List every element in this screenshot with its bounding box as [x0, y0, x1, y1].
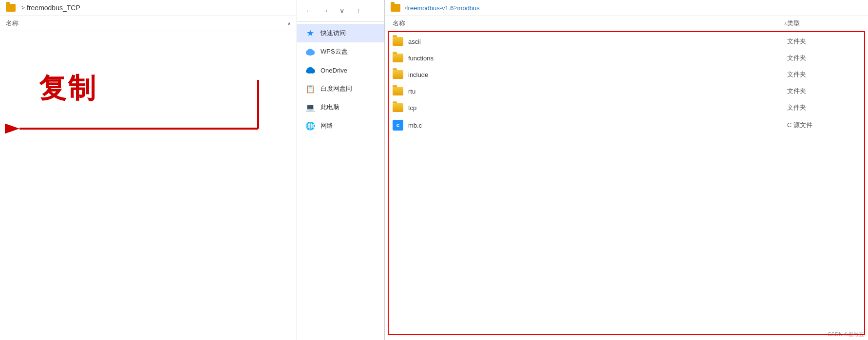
- nav-item-this-pc-label: 此电脑: [321, 103, 340, 112]
- right-sort-arrow: ∧: [784, 21, 787, 26]
- left-header: > freemodbus_TCP: [0, 0, 297, 16]
- network-icon: 🌐: [305, 120, 316, 131]
- folder-icon-rtu: [393, 87, 403, 95]
- nav-item-quick-access[interactable]: ★ 快速访问: [297, 24, 384, 42]
- file-type-ascii: 文件夹: [787, 37, 860, 46]
- right-breadcrumb-parent[interactable]: freemodbus-v1.6: [406, 4, 454, 12]
- nav-item-baidu-label: 白度网盘同: [321, 84, 352, 93]
- file-row-rtu[interactable]: rtu 文件夹: [385, 83, 868, 99]
- onedrive-icon: [305, 65, 316, 76]
- copy-arrow: [5, 60, 278, 158]
- right-panel: › freemodbus-v1.6 > modbus 名称 ∧ 类型 ascii…: [385, 0, 868, 340]
- left-panel: > freemodbus_TCP 名称 ∧ 复制: [0, 0, 297, 340]
- left-col-name: 名称: [6, 19, 285, 28]
- svg-point-6: [307, 49, 313, 54]
- folder-icon-tcp: [393, 103, 403, 112]
- file-name-rtu: rtu: [408, 88, 782, 95]
- right-header: › freemodbus-v1.6 > modbus: [385, 0, 868, 16]
- folder-icon-include: [393, 70, 403, 79]
- file-row-tcp[interactable]: tcp 文件夹: [385, 99, 868, 116]
- file-row-functions[interactable]: functions 文件夹: [385, 50, 868, 66]
- watermark: CSDN ©根号五: [828, 331, 864, 338]
- file-row-ascii[interactable]: ascii 文件夹: [385, 33, 868, 50]
- left-sort-arrow: ∧: [287, 21, 291, 26]
- left-breadcrumb-chevron: >: [21, 4, 25, 11]
- nav-item-quick-access-label: 快速访问: [321, 29, 346, 38]
- middle-nav-panel: ← → ∨ ↑ ★ 快速访问: [297, 0, 385, 340]
- file-name-ascii: ascii: [408, 38, 782, 45]
- nav-item-this-pc[interactable]: 💻 此电脑: [297, 98, 384, 116]
- right-folder-icon: [391, 4, 400, 12]
- nav-item-network[interactable]: 🌐 网络: [297, 116, 384, 135]
- nav-toolbar: ← → ∨ ↑: [297, 0, 384, 22]
- file-type-mbc: C 源文件: [787, 121, 860, 130]
- left-folder-icon: [6, 4, 16, 12]
- svg-point-9: [307, 67, 314, 72]
- right-column-header: 名称 ∧ 类型: [385, 16, 868, 31]
- folder-icon-ascii: [393, 37, 403, 46]
- file-type-rtu: 文件夹: [787, 87, 860, 95]
- left-panel-title: freemodbus_TCP: [27, 4, 80, 12]
- right-col-name: 名称: [393, 19, 782, 28]
- file-type-include: 文件夹: [787, 70, 860, 79]
- folder-icon-functions: [393, 54, 403, 62]
- nav-item-onedrive[interactable]: OneDrive: [297, 61, 384, 79]
- nav-item-baidu-disk[interactable]: 📋 白度网盘同: [297, 79, 384, 98]
- file-type-tcp: 文件夹: [787, 103, 860, 112]
- right-col-type: 类型: [787, 19, 860, 28]
- quick-access-icon: ★: [305, 28, 316, 38]
- nav-item-wps-label: WPS云盘: [321, 47, 348, 56]
- baidu-disk-icon: 📋: [305, 83, 316, 94]
- nav-up-button[interactable]: ↑: [352, 4, 365, 18]
- left-column-header: 名称 ∧: [0, 16, 297, 31]
- right-breadcrumb-current[interactable]: modbus: [457, 4, 480, 12]
- nav-dropdown-button[interactable]: ∨: [335, 4, 349, 18]
- file-row-include[interactable]: include 文件夹: [385, 66, 868, 83]
- file-name-mbc: mb.c: [408, 122, 782, 129]
- nav-list: ★ 快速访问 WPS云盘: [297, 22, 384, 340]
- file-name-functions: functions: [408, 55, 782, 62]
- file-type-functions: 文件夹: [787, 54, 860, 62]
- file-name-tcp: tcp: [408, 104, 782, 112]
- wps-cloud-icon: [305, 46, 316, 57]
- c-file-icon-mbc: c: [393, 120, 403, 131]
- nav-back-button[interactable]: ←: [302, 4, 316, 18]
- file-name-include: include: [408, 71, 782, 78]
- nav-item-wps-cloud[interactable]: WPS云盘: [297, 42, 384, 61]
- left-content-area: 复制: [0, 31, 297, 340]
- right-file-list: ascii 文件夹 functions 文件夹 include 文件夹 rtu …: [385, 31, 868, 340]
- this-pc-icon: 💻: [305, 102, 316, 113]
- nav-forward-button[interactable]: →: [319, 4, 332, 18]
- file-row-mbc[interactable]: c mb.c C 源文件: [385, 116, 868, 134]
- nav-item-onedrive-label: OneDrive: [321, 67, 347, 74]
- nav-item-network-label: 网络: [321, 121, 333, 130]
